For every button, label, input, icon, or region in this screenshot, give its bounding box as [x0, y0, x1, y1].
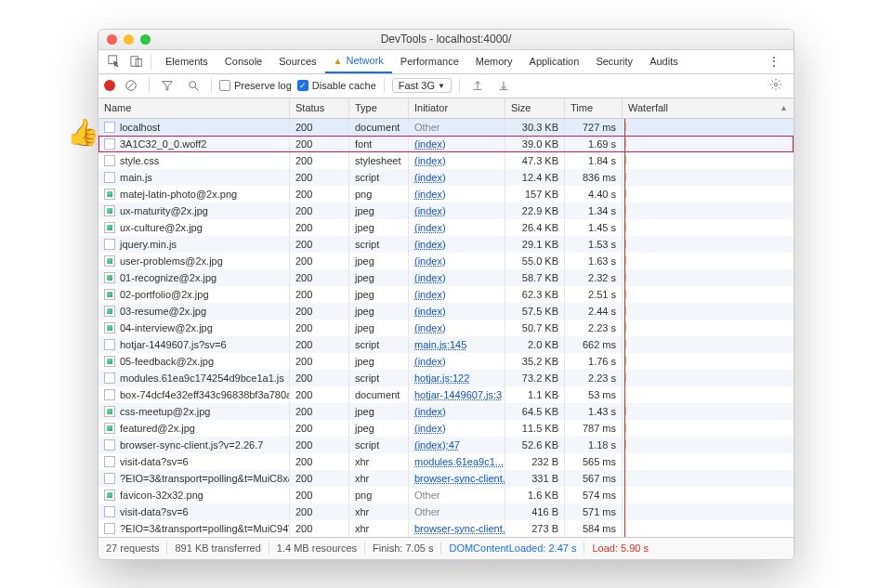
initiator-link[interactable]: browser-sync-client...: [414, 473, 505, 484]
col-time[interactable]: Time: [565, 98, 623, 118]
device-toolbar-icon[interactable]: [126, 52, 147, 71]
record-button[interactable]: [104, 80, 115, 91]
table-row[interactable]: ux-maturity@2x.jpg200jpeg(index)22.9 KB1…: [98, 203, 794, 219]
initiator-link[interactable]: hotjar.js:122: [414, 372, 469, 384]
table-row[interactable]: featured@2x.jpg200jpeg(index)11.5 KB787 …: [98, 420, 794, 437]
table-row[interactable]: user-problems@2x.jpg200jpeg(index)55.0 K…: [98, 253, 794, 269]
settings-gear-icon[interactable]: [764, 78, 788, 93]
initiator-link[interactable]: (index): [414, 189, 446, 200]
request-status: 200: [290, 320, 349, 336]
table-row[interactable]: ?EIO=3&transport=polling&t=MuiC94W...200…: [98, 520, 794, 537]
file-icon: [104, 155, 115, 166]
table-row[interactable]: 04-interview@2x.jpg200jpeg(index)50.7 KB…: [98, 320, 794, 336]
initiator-link[interactable]: (index): [414, 138, 446, 150]
titlebar: DevTools - localhost:4000/: [98, 30, 794, 50]
initiator-link[interactable]: (index): [414, 289, 446, 300]
table-row[interactable]: 01-recognize@2x.jpg200jpeg(index)58.7 KB…: [98, 269, 794, 286]
col-status[interactable]: Status: [290, 98, 349, 118]
initiator-link[interactable]: (index): [414, 322, 446, 333]
table-row[interactable]: modules.61ea9c174254d9bce1a1.js200script…: [98, 370, 794, 386]
initiator-link[interactable]: (index): [414, 222, 446, 233]
upload-har-icon[interactable]: [467, 76, 488, 95]
initiator-link[interactable]: (index): [414, 172, 446, 183]
preserve-log-checkbox[interactable]: Preserve log: [219, 80, 292, 91]
initiator-link[interactable]: (index): [414, 239, 446, 250]
request-status: 200: [290, 453, 349, 470]
table-row[interactable]: style.css200stylesheet(index)47.3 KB1.84…: [98, 152, 794, 169]
initiator-link[interactable]: (index): [414, 155, 446, 166]
request-initiator: (index): [409, 152, 505, 169]
initiator-link[interactable]: (index):47: [414, 439, 460, 451]
request-type: script: [349, 336, 409, 353]
table-row[interactable]: css-meetup@2x.jpg200jpeg(index)64.5 KB1.…: [98, 403, 794, 420]
initiator-link[interactable]: (index): [414, 356, 446, 367]
col-type[interactable]: Type: [349, 98, 409, 118]
request-size: 58.7 KB: [505, 269, 565, 286]
initiator-link[interactable]: (index): [414, 306, 446, 317]
tab-memory[interactable]: Memory: [467, 49, 521, 73]
table-row[interactable]: box-74dcf4e32eff343c96838bf3a780ac...200…: [98, 386, 794, 403]
tab-console[interactable]: Console: [216, 49, 270, 73]
table-row[interactable]: matej-latin-photo@2x.png200png(index)157…: [98, 186, 794, 203]
initiator-link[interactable]: (index): [414, 406, 446, 417]
initiator-link[interactable]: (index): [414, 205, 446, 216]
table-row[interactable]: 3A1C32_0_0.woff2200font(index)39.0 KB1.6…: [98, 136, 794, 152]
inspect-element-icon[interactable]: [104, 52, 125, 71]
table-row[interactable]: jquery.min.js200script(index)29.1 KB1.53…: [98, 236, 794, 253]
request-type: jpeg: [349, 420, 409, 437]
request-table: localhost200documentOther30.3 KB727 ms3A…: [98, 119, 794, 537]
table-row[interactable]: 03-resume@2x.jpg200jpeg(index)57.5 KB2.4…: [98, 303, 794, 320]
request-initiator: browser-sync-client...: [409, 470, 505, 487]
tab-sources[interactable]: Sources: [270, 49, 324, 73]
clear-button[interactable]: [121, 76, 141, 95]
col-waterfall[interactable]: Waterfall▲: [623, 98, 794, 118]
request-time: 1.76 s: [565, 353, 623, 370]
request-status: 200: [290, 119, 349, 136]
filter-icon[interactable]: [157, 76, 177, 95]
preserve-log-label: Preserve log: [234, 80, 292, 91]
tab-security[interactable]: Security: [587, 49, 641, 73]
table-row[interactable]: 02-portfolio@2x.jpg200jpeg(index)62.3 KB…: [98, 286, 794, 303]
tab-application[interactable]: Application: [521, 49, 588, 73]
table-row[interactable]: main.js200script(index)12.4 KB836 ms: [98, 169, 794, 186]
initiator-link[interactable]: (index): [414, 423, 446, 434]
table-row[interactable]: ux-culture@2x.jpg200jpeg(index)26.4 KB1.…: [98, 219, 794, 236]
request-size: 73.2 KB: [505, 370, 565, 386]
throttling-select[interactable]: Fast 3G ▼: [392, 78, 452, 93]
request-name: ux-culture@2x.jpg: [120, 222, 203, 233]
table-row[interactable]: localhost200documentOther30.3 KB727 ms: [98, 119, 794, 136]
initiator-link[interactable]: browser-sync-client...: [414, 523, 505, 534]
request-size: 157 KB: [505, 186, 565, 203]
search-icon[interactable]: [183, 76, 203, 95]
file-icon: [104, 523, 115, 534]
tab-elements[interactable]: Elements: [157, 49, 216, 73]
col-name[interactable]: Name: [98, 98, 290, 118]
disable-cache-label: Disable cache: [312, 80, 376, 91]
initiator-link[interactable]: hotjar-1449607.js:3: [414, 389, 502, 400]
initiator-link[interactable]: main.js:145: [414, 339, 466, 350]
disable-cache-checkbox[interactable]: ✓ Disable cache: [297, 80, 376, 91]
table-row[interactable]: favicon-32x32.png200pngOther1.6 KB574 ms: [98, 487, 794, 503]
tab-performance[interactable]: Performance: [392, 49, 467, 73]
table-row[interactable]: visit-data?sv=6200xhrOther416 B571 ms: [98, 503, 794, 520]
download-har-icon[interactable]: [493, 76, 514, 95]
network-toolbar: Preserve log ✓ Disable cache Fast 3G ▼: [98, 74, 794, 98]
tab-network[interactable]: ▲Network: [325, 49, 392, 73]
request-type: document: [349, 386, 409, 403]
initiator-link[interactable]: (index): [414, 255, 446, 267]
more-tabs-icon[interactable]: ⋮: [760, 54, 788, 69]
col-initiator[interactable]: Initiator: [409, 98, 505, 118]
table-row[interactable]: 05-feedback@2x.jpg200jpeg(index)35.2 KB1…: [98, 353, 794, 370]
initiator-link[interactable]: modules.61ea9c1...: [414, 456, 504, 467]
tab-audits[interactable]: Audits: [641, 49, 687, 73]
table-row[interactable]: hotjar-1449607.js?sv=6200scriptmain.js:1…: [98, 336, 794, 353]
table-row[interactable]: visit-data?sv=6200xhrmodules.61ea9c1...2…: [98, 453, 794, 470]
table-row[interactable]: browser-sync-client.js?v=2.26.7200script…: [98, 437, 794, 453]
request-time: 787 ms: [565, 420, 623, 437]
file-icon: [104, 423, 115, 434]
file-icon: [104, 456, 115, 467]
table-row[interactable]: ?EIO=3&transport=polling&t=MuiC8xa200xhr…: [98, 470, 794, 487]
col-size[interactable]: Size: [505, 98, 565, 118]
request-initiator: main.js:145: [409, 336, 505, 353]
initiator-link[interactable]: (index): [414, 272, 446, 283]
